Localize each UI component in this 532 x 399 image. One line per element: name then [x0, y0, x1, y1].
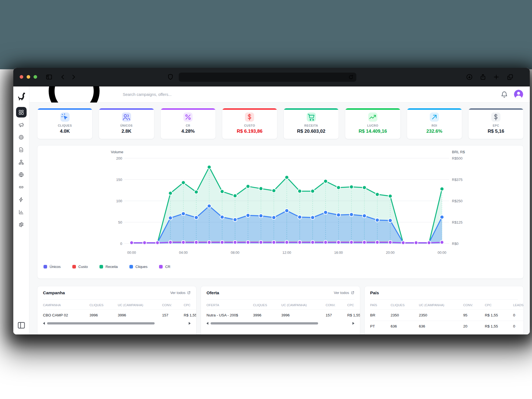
shield-icon[interactable]: [167, 73, 174, 81]
chevron-right-icon[interactable]: [70, 73, 77, 81]
users-icon: [122, 112, 131, 122]
table-cell: 157: [162, 310, 184, 321]
svg-text:100: 100: [116, 199, 122, 203]
svg-text:50: 50: [118, 220, 122, 224]
table-title: Oferta: [206, 290, 219, 295]
sidebar-item-megaphone-icon[interactable]: [16, 119, 27, 130]
table-cell: 3996: [281, 310, 326, 321]
share-icon[interactable]: [479, 73, 487, 81]
chevron-left-icon[interactable]: [59, 73, 66, 81]
scroll-left-arrow[interactable]: [43, 322, 45, 325]
kpi-card-cr: CR4.28%: [160, 108, 216, 139]
horizontal-scrollbar[interactable]: [43, 321, 191, 326]
legend-item-cr[interactable]: CR: [159, 265, 170, 269]
search-input[interactable]: [122, 92, 240, 97]
column-header: CPC: [347, 300, 360, 310]
plus-icon[interactable]: [493, 73, 500, 81]
table-cell: 0: [513, 310, 524, 321]
card-accent-bar: [284, 108, 339, 110]
bell-icon[interactable]: [501, 91, 508, 98]
kpi-card-únicos: ÚNICOS2.8K: [99, 108, 154, 139]
bar-chart-icon: [18, 209, 24, 215]
horizontal-scrollbar[interactable]: [206, 321, 354, 326]
tabs-icon[interactable]: [507, 73, 514, 81]
kpi-card-roi: ROI232.6%: [407, 108, 462, 139]
table-cell: CBO CAMP 02: [43, 310, 89, 321]
close-light[interactable]: [20, 75, 23, 79]
reload-icon[interactable]: [348, 74, 354, 80]
scrollbar-track[interactable]: [211, 322, 350, 324]
scrollbar-track[interactable]: [47, 322, 186, 324]
sidebar-item-link-icon[interactable]: [16, 182, 27, 192]
scroll-left-arrow[interactable]: [206, 322, 208, 325]
table-cell: 0: [513, 321, 524, 332]
sidebar-item-lightning-icon[interactable]: [16, 194, 27, 205]
download-icon[interactable]: [466, 73, 473, 81]
dashboard-content: CLIQUES4.0KÚNICOS2.8KCR4.28%CUSTOR$ 6.19…: [29, 103, 530, 334]
svg-text:00:00: 00:00: [438, 251, 446, 255]
megaphone-icon: [18, 122, 24, 128]
dollar-icon: [491, 112, 500, 122]
sidebar-item-bar-chart-icon[interactable]: [16, 207, 27, 217]
scrollbar-thumb[interactable]: [211, 322, 318, 324]
table-card-campanha: CampanhaVer todosCAMPANHACLIQUESUC (CAMP…: [37, 286, 196, 334]
svg-text:20:00: 20:00: [386, 251, 395, 255]
scroll-right-arrow[interactable]: [189, 322, 191, 325]
table-cell: R$ 1,55: [485, 321, 513, 332]
sidebar-item-target-icon[interactable]: [16, 132, 27, 142]
table-row[interactable]: BR2350235095R$ 1,55095R$ 9.288,09: [370, 310, 524, 321]
ver-todos-link[interactable]: Ver todos: [170, 291, 191, 295]
kpi-label: ROI: [431, 124, 437, 127]
kpi-label: LUCRO: [367, 124, 378, 127]
scrollbar-thumb[interactable]: [47, 322, 155, 324]
card-accent-bar: [99, 108, 154, 110]
svg-text:16:00: 16:00: [334, 251, 343, 255]
grid-icon: [18, 109, 24, 115]
legend-item-receita[interactable]: Receita: [99, 265, 118, 269]
legend-item-únicos[interactable]: Únicos: [44, 265, 61, 269]
dog-logo[interactable]: [17, 92, 26, 101]
url-bar[interactable]: [179, 73, 356, 82]
external-link-icon: [187, 291, 191, 295]
sidebar-item-globe-icon[interactable]: [16, 169, 27, 180]
column-header: CAMPANHA: [43, 300, 89, 310]
sidebar-item-code-file-icon[interactable]: [16, 144, 27, 155]
link-icon: [18, 184, 24, 190]
ver-todos-link[interactable]: Ver todos: [334, 291, 354, 295]
legend-item-custo[interactable]: Custo: [72, 265, 88, 269]
legend-item-cliques[interactable]: Cliques: [129, 265, 147, 269]
table-row[interactable]: PT63663620R$ 1,55020R$ 3.484,10: [370, 321, 524, 332]
percent-icon: [183, 112, 193, 122]
kpi-label: RECEITA: [304, 124, 318, 127]
table-row[interactable]: Nutra - USA - 200$39963996157R$ 1,550157: [206, 310, 360, 321]
table-cell: 95: [463, 310, 485, 321]
sidebar-item-sitemap-icon[interactable]: [16, 157, 27, 167]
table-title: Campanha: [43, 290, 65, 295]
kpi-label: CUSTO: [244, 124, 255, 127]
column-header: CLIQUES: [89, 300, 118, 310]
column-header: CONV.: [463, 300, 485, 310]
kpi-card-epc: EPCR$ 5,16: [468, 108, 524, 139]
legend-label: Únicos: [50, 265, 61, 269]
lightning-icon: [18, 197, 24, 203]
column-header: UC (CAMPANHA): [419, 300, 463, 310]
sidebar-item-grid-icon[interactable]: [16, 107, 27, 117]
kpi-value: 2.8K: [121, 129, 131, 134]
volume-chart: 0R$050R$125100R$250150R$375200R$500Volum…: [43, 149, 519, 261]
kpi-value: R$ 14.409,16: [359, 129, 387, 134]
sitemap-icon: [18, 159, 24, 165]
cursor-click-icon: [60, 112, 70, 122]
scroll-right-arrow[interactable]: [352, 322, 354, 325]
sidebar-item-gear-icon[interactable]: [16, 219, 27, 230]
table-row[interactable]: CBO CAMP 0239963996157R$ 1,550157R: [43, 310, 196, 321]
avatar[interactable]: [514, 90, 523, 99]
column-header: UC (CAMPANHA): [118, 300, 162, 310]
svg-text:R$500: R$500: [452, 156, 462, 160]
minimize-light[interactable]: [27, 75, 30, 79]
kpi-label: EPC: [493, 124, 499, 127]
table-card-país: PaísPAÍSCLIQUESUC (CAMPANHA)CONV.CPCLEAD…: [364, 286, 524, 334]
zoom-light[interactable]: [34, 75, 37, 79]
svg-text:150: 150: [116, 178, 122, 182]
panel-toggle-icon[interactable]: [45, 73, 53, 81]
panel-collapse-icon[interactable]: [17, 321, 26, 330]
